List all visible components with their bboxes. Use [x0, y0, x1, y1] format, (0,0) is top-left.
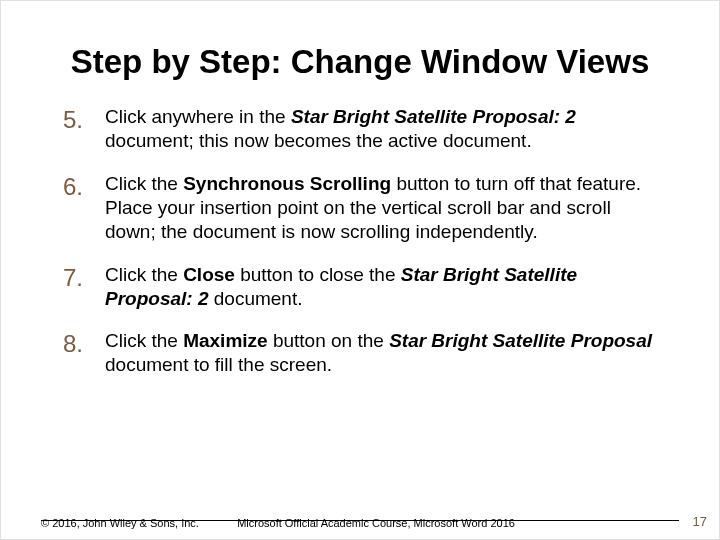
- step-number: 6.: [63, 172, 83, 203]
- step-text: Click the Synchronous Scrolling button t…: [105, 173, 641, 243]
- text-run: Star Bright Satellite Proposal: 2: [291, 106, 576, 127]
- slide-title: Step by Step: Change Window Views: [63, 43, 657, 81]
- text-run: button on the: [268, 330, 390, 351]
- list-item: 5. Click anywhere in the Star Bright Sat…: [105, 105, 657, 154]
- text-run: document.: [208, 288, 302, 309]
- slide: Step by Step: Change Window Views 5. Cli…: [0, 0, 720, 540]
- step-number: 7.: [63, 263, 83, 294]
- list-item: 8. Click the Maximize button on the Star…: [105, 329, 657, 378]
- footer: © 2016, John Wiley & Sons, Inc. Microsof…: [1, 517, 720, 529]
- step-text: Click the Close button to close the Star…: [105, 264, 577, 309]
- list-item: 6. Click the Synchronous Scrolling butto…: [105, 172, 657, 245]
- step-text: Click the Maximize button on the Star Br…: [105, 330, 652, 375]
- text-run: document to fill the screen.: [105, 354, 332, 375]
- footer-center: Microsoft Official Academic Course, Micr…: [31, 517, 720, 529]
- step-number: 5.: [63, 105, 83, 136]
- page-number: 17: [693, 514, 707, 529]
- text-run: Close: [183, 264, 235, 285]
- step-list: 5. Click anywhere in the Star Bright Sat…: [63, 105, 657, 378]
- text-run: Synchronous Scrolling: [183, 173, 391, 194]
- list-item: 7. Click the Close button to close the S…: [105, 263, 657, 312]
- step-number: 8.: [63, 329, 83, 360]
- step-text: Click anywhere in the Star Bright Satell…: [105, 106, 576, 151]
- text-run: button to close the: [235, 264, 401, 285]
- text-run: document; this now becomes the active do…: [105, 130, 532, 151]
- text-run: Star Bright Satellite Proposal: [389, 330, 652, 351]
- text-run: Maximize: [183, 330, 267, 351]
- text-run: Click the: [105, 330, 183, 351]
- text-run: Click the: [105, 173, 183, 194]
- text-run: Click anywhere in the: [105, 106, 291, 127]
- text-run: Click the: [105, 264, 183, 285]
